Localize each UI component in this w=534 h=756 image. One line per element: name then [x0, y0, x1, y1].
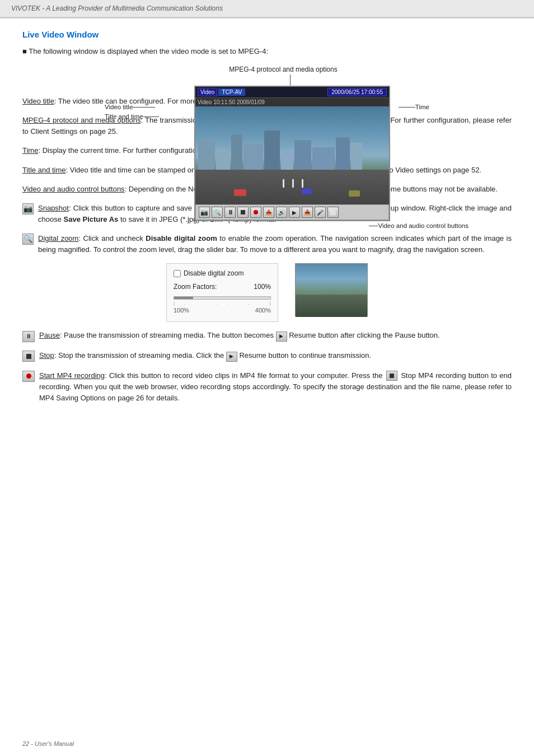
pause-btn-icon: ⏸: [22, 331, 35, 342]
video-title-label-group: Video title: [105, 104, 155, 110]
building10: [351, 143, 362, 171]
zoom-btn-icon: 🔍: [22, 234, 34, 245]
time-label: Time: [415, 104, 429, 110]
para-digital-zoom: 🔍 Digital zoom: Click and uncheck Disabl…: [22, 233, 512, 255]
stop-square: [26, 354, 31, 359]
start-mp4-term: Start MP4 recording: [39, 371, 105, 380]
dot1: |: [174, 301, 175, 306]
start-mp4-text: Start MP4 recording: Click this button t…: [39, 370, 512, 404]
volume-ctrl-btn[interactable]: 🔊: [276, 207, 287, 218]
resume-btn-inline: ▶: [276, 332, 287, 342]
pause-icon: ⏸: [227, 209, 233, 216]
title-time-label-group: Title and time: [105, 113, 159, 120]
play-icon: ▶: [292, 209, 297, 216]
dot8: .: [249, 301, 250, 306]
snapshot-ctrl-btn[interactable]: 📷: [199, 207, 210, 218]
page-content: Live Video Window ■ The following window…: [0, 18, 534, 434]
audio-out-ctrl-btn[interactable]: 📤: [263, 207, 274, 218]
stop-btn-icon: [22, 351, 35, 362]
zoom-icon: 🔍: [214, 209, 221, 216]
building3: [231, 134, 242, 171]
header-text: VIVOTEK - A Leading Provider of Multimed…: [11, 4, 223, 12]
zoom-max: 400%: [255, 307, 271, 314]
volume-icon: 🔊: [278, 209, 285, 216]
stop-term: Stop: [39, 351, 54, 360]
time-term: Time: [22, 146, 38, 155]
dot2: .: [184, 301, 185, 306]
video-frame-container: Video TCP-AV 2000/06/25 17:00:55 Video 1…: [194, 86, 390, 221]
disable-zoom-checkbox[interactable]: [174, 270, 181, 277]
para-stop: Stop: Stop the transmission of streaming…: [22, 350, 512, 362]
snapshot-btn-icon: 📷: [22, 203, 34, 214]
control-label: Video and audio control buttons: [378, 222, 469, 229]
zoom-factors-row: Zoom Factors: 100%: [174, 283, 271, 291]
zoom-percent-labels: 100% 400%: [174, 307, 271, 314]
fullscreen-icon: ⬜: [330, 209, 336, 216]
page-footer: 22 - User's Manual: [22, 740, 74, 747]
dot6: .: [227, 301, 228, 306]
digital-zoom-ctrl-btn[interactable]: 🔍: [212, 207, 223, 218]
video-protocol-badge: TCP-AV: [218, 88, 245, 96]
stop-text: Stop: Stop the transmission of streaming…: [39, 350, 512, 362]
upload-icon: 📥: [304, 209, 311, 216]
video-badges-left: Video TCP-AV: [198, 88, 245, 96]
speaker-icon: 📤: [265, 209, 272, 216]
mic-ctrl-btn[interactable]: 🎤: [315, 207, 326, 218]
record-icon: [254, 210, 258, 214]
building2: [216, 148, 230, 171]
play-ctrl-btn[interactable]: ▶: [289, 207, 300, 218]
zoom-slider-track[interactable]: [174, 296, 271, 300]
page-wrapper: VIVOTEK - A Leading Provider of Multimed…: [0, 0, 534, 756]
building8: [312, 147, 335, 171]
fullscreen-ctrl-btn[interactable]: ⬜: [327, 207, 339, 218]
pause-icon-para: ⏸: [22, 330, 35, 342]
stop-icon: [241, 210, 245, 214]
dot3: .: [195, 301, 196, 306]
zoom-min: 100%: [174, 307, 189, 314]
car1: [234, 189, 246, 196]
video-subtitle-bar: Video 10:11:50 2008/01/09: [195, 97, 389, 106]
mp4-icon-para: [22, 371, 35, 382]
dot10: |: [270, 301, 271, 306]
zoom-slider-area: | . . . . . . . . | 100% 400%: [174, 294, 271, 316]
control-buttons-term: Video and audio control buttons: [22, 185, 125, 193]
control-label-group: Video and audio control buttons: [369, 222, 469, 229]
para-start-mp4: Start MP4 recording: Click this button t…: [22, 370, 512, 404]
dot5: .: [216, 301, 217, 306]
dot4: .: [205, 301, 207, 306]
intro-text: ■ The following window is displayed when…: [22, 47, 512, 55]
snapshot-icon-para: 📷: [22, 203, 34, 214]
digital-zoom-icon-para: 🔍: [22, 234, 34, 245]
building5: [264, 130, 280, 171]
stop-icon-para: [22, 351, 35, 362]
zoom-value: 100%: [254, 283, 271, 291]
road-line-3: [302, 179, 303, 188]
video-title-term: Video title: [22, 97, 54, 105]
page-header: VIVOTEK - A Leading Provider of Multimed…: [0, 0, 534, 17]
connector-video-title: [133, 107, 155, 108]
video-frame: Video TCP-AV 2000/06/25 17:00:55 Video 1…: [194, 86, 390, 221]
pause-ctrl-btn[interactable]: ⏸: [224, 207, 236, 218]
road-line-1: [283, 179, 284, 188]
diagram-container: MPEG-4 protocol and media options Video …: [105, 66, 429, 82]
diagram-area: MPEG-4 protocol and media options Video …: [22, 66, 512, 82]
dot9: .: [259, 301, 260, 306]
video-time-badge: 2000/06/25 17:00:55: [327, 88, 387, 96]
title-time-label: Title and time: [105, 113, 143, 120]
snapshot-icon: 📷: [200, 209, 208, 216]
video-title-badge: Video: [198, 88, 217, 96]
title-time-term: Title and time: [22, 166, 66, 174]
upload-ctrl-btn[interactable]: 📥: [302, 207, 313, 218]
mp4-btn-icon: [22, 371, 35, 382]
disable-zoom-label: Disable digital zoom: [184, 269, 243, 277]
snapshot-term: Snapshot: [38, 204, 69, 212]
zoom-img-sky: [296, 264, 367, 295]
stop-ctrl-btn[interactable]: [237, 207, 249, 218]
zoom-slider-fill: [174, 297, 193, 299]
video-controls-bar: 📷 🔍 ⏸: [195, 204, 389, 220]
building1: [198, 140, 215, 171]
record-ctrl-btn[interactable]: [250, 207, 261, 218]
zoom-controls-panel: Disable digital zoom Zoom Factors: 100% …: [166, 263, 278, 322]
video-image: [195, 106, 389, 204]
zoom-img-ground: [296, 295, 367, 317]
